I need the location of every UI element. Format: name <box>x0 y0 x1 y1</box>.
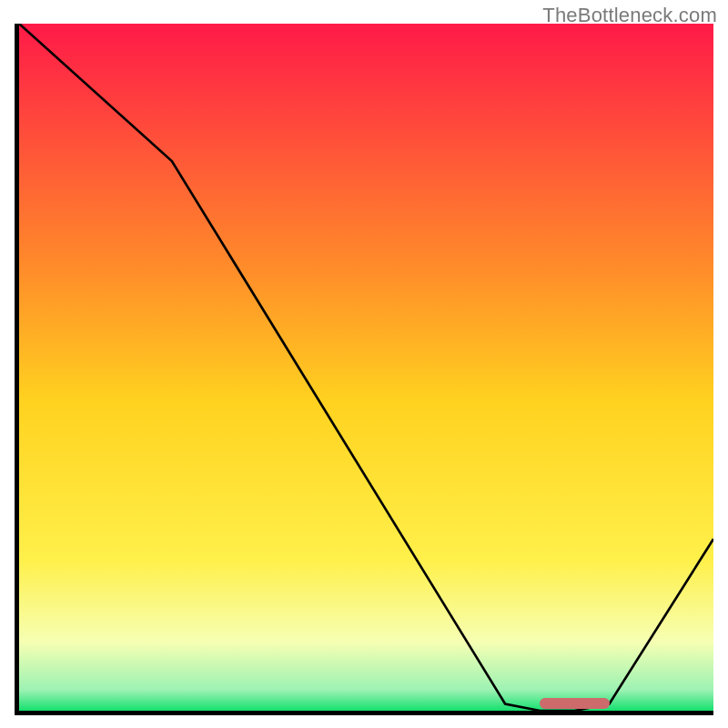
plot-area <box>15 24 713 715</box>
bottleneck-curve-path <box>19 24 713 711</box>
optimal-range-marker <box>540 698 609 709</box>
chart-line-layer <box>19 24 713 711</box>
chart-container <box>15 24 713 715</box>
